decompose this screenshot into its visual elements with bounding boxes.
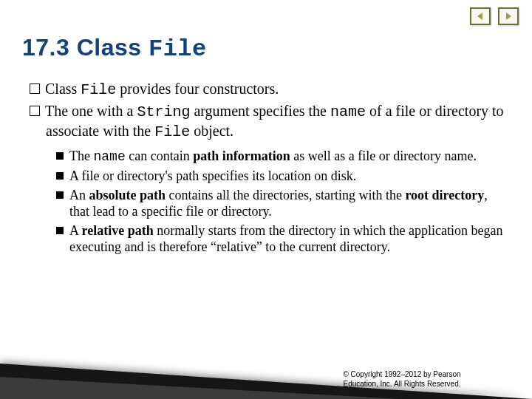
square-bullet-icon [30, 83, 40, 94]
code-file: File [81, 81, 116, 98]
text: contains all the directories, starting w… [166, 188, 405, 202]
text: The one with a [45, 103, 137, 119]
slide: 17.3 Class File Class File provides four… [0, 0, 532, 399]
filled-square-bullet-icon [56, 227, 64, 234]
filled-square-bullet-icon [56, 172, 64, 180]
bold-absolute-path: absolute path [89, 188, 166, 202]
text: A file or directory's path specifies its… [69, 168, 356, 183]
text: An [69, 188, 89, 202]
text: can contain [126, 149, 193, 163]
text: A [69, 223, 82, 238]
copyright-line-1: © Copyright 1992–2012 by Pearson [291, 370, 513, 380]
text: The [69, 149, 93, 163]
slide-title: 17.3 Class File [22, 34, 207, 63]
section-number: 17.3 [22, 34, 69, 61]
text: Class [45, 81, 81, 97]
bold-root-directory: root directory [405, 188, 484, 202]
nav-controls [470, 7, 519, 25]
code-name: name [330, 103, 366, 120]
svg-marker-0 [477, 13, 482, 20]
sub-bullet-list: The name can contain path information as… [30, 149, 507, 256]
prev-slide-button[interactable] [470, 7, 491, 25]
text: argument specifies the [190, 103, 330, 119]
square-bullet-icon [30, 106, 40, 116]
svg-marker-1 [506, 13, 511, 20]
filled-square-bullet-icon [56, 152, 64, 160]
copyright-footer: © Copyright 1992–2012 by Pearson Educati… [291, 370, 513, 389]
bullet-sub: A relative path normally starts from the… [56, 223, 507, 256]
bullet-sub: The name can contain path information as… [56, 149, 507, 166]
bold-path-information: path information [193, 149, 290, 163]
arrow-right-icon [504, 12, 513, 21]
bullet-sub: An absolute path contains all the direct… [56, 188, 507, 220]
bullet-primary: The one with a String argument specifies… [30, 102, 507, 141]
text: as well as a file or directory name. [290, 149, 477, 163]
filled-square-bullet-icon [56, 191, 64, 199]
code-string: String [137, 103, 190, 120]
text: object. [190, 123, 233, 139]
bullet-sub: A file or directory's path specifies its… [56, 168, 507, 185]
text: provides four constructors. [116, 81, 279, 97]
arrow-left-icon [476, 12, 485, 21]
next-slide-button[interactable] [498, 7, 519, 25]
title-word-class: Class [77, 34, 142, 61]
code-name: name [93, 149, 125, 164]
bold-relative-path: relative path [82, 223, 154, 238]
code-file: File [154, 123, 190, 140]
title-code-file: File [149, 35, 207, 63]
slide-body: Class File provides four constructors. T… [30, 80, 507, 259]
copyright-line-2: Education, Inc. All Rights Reserved. [291, 380, 513, 389]
bullet-primary: Class File provides four constructors. [30, 80, 507, 99]
